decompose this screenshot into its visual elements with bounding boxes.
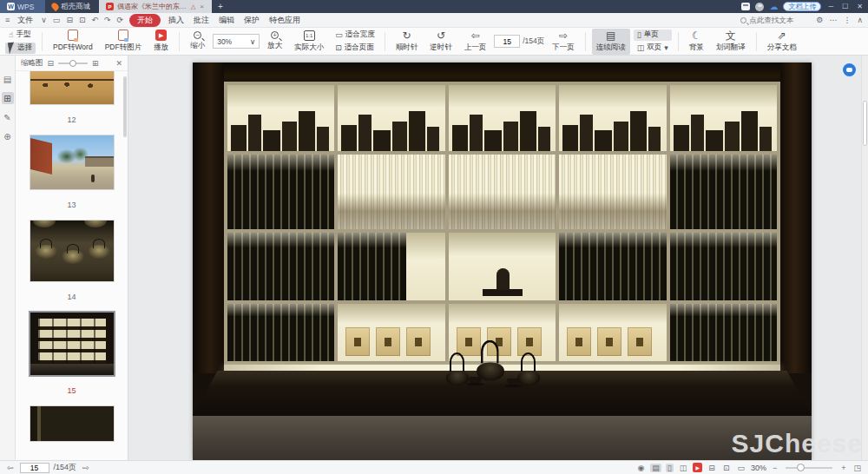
upload-button[interactable]: 文档上传	[783, 2, 821, 11]
thumb-zoom-out-icon[interactable]: ⊟	[48, 59, 55, 68]
status-next-page-icon[interactable]: ⇨	[81, 464, 91, 472]
new-tab-button[interactable]: +	[212, 0, 229, 13]
tab-close-icon[interactable]: ×	[199, 3, 205, 10]
sync-icon[interactable]: ⟳	[117, 16, 124, 24]
attachments-icon[interactable]: ⊕	[2, 130, 14, 142]
vertical-scrollbar[interactable]	[861, 56, 868, 460]
status-fit-page-icon[interactable]: ⊟	[707, 464, 717, 472]
continuous-read-button[interactable]: ▤ 连续阅读	[592, 29, 630, 55]
print-icon[interactable]: ⊡	[79, 16, 86, 24]
menu-edit[interactable]: 编辑	[217, 15, 236, 26]
maximize-button[interactable]: ☐	[840, 3, 850, 10]
more-icon[interactable]: ⋮	[843, 16, 851, 24]
folio	[376, 327, 400, 356]
thumbnails-icon[interactable]: ⊞	[2, 92, 14, 104]
undo-icon[interactable]: ↶	[91, 16, 98, 24]
zoom-slider[interactable]	[786, 467, 832, 469]
redo-icon[interactable]: ↷	[104, 16, 111, 24]
tab-docer-store[interactable]: 稻壳商城	[45, 0, 99, 13]
minimize-button[interactable]: ─	[826, 3, 835, 10]
play-button[interactable]: ▶ 播放	[149, 29, 173, 55]
thumbnail-page-12[interactable]	[30, 71, 114, 104]
actual-size-button[interactable]: 1:1 实际大小	[290, 29, 328, 55]
shelf-cell-folios	[338, 304, 444, 361]
zoom-out-button[interactable]: − 缩小	[186, 29, 209, 55]
menu-file[interactable]: 文件	[16, 15, 35, 26]
status-double-page-icon[interactable]: ◫	[678, 464, 689, 472]
outline-icon[interactable]: ▤	[2, 73, 14, 85]
zoom-in-button[interactable]: + 放大	[263, 29, 286, 55]
double-page-button[interactable]: ◫ 双页 ▾	[634, 43, 672, 54]
rotate-cw-button[interactable]: ↻ 顺时针	[391, 29, 423, 55]
status-play-icon[interactable]: ▶	[693, 463, 702, 472]
translate-button[interactable]: 文 划词翻译	[712, 29, 750, 55]
status-actual-size-icon[interactable]: ▭	[735, 464, 746, 472]
thumb13-building	[85, 156, 114, 167]
thumb-size-slider[interactable]	[58, 63, 88, 64]
page-number-input[interactable]	[494, 35, 520, 48]
pdf-to-word-label: PDF转Word	[53, 43, 93, 53]
background-button[interactable]: ☾ 背景	[685, 29, 708, 55]
pdf-page[interactable]	[193, 63, 812, 460]
gear-icon[interactable]: ⚙	[816, 16, 823, 24]
tab-document[interactable]: P 偶遇家《米兰中的东方家》.pdf △ ×	[99, 0, 212, 13]
flame-icon	[50, 2, 60, 11]
cloud-icon[interactable]: ☁	[769, 3, 778, 11]
teacup	[507, 379, 520, 385]
open-icon[interactable]: ▭	[53, 16, 61, 24]
assistant-robot-icon[interactable]	[843, 63, 856, 76]
status-prev-page-icon[interactable]: ⇦	[5, 464, 16, 472]
pdf-to-word-button[interactable]: PDF转Word	[49, 29, 97, 55]
tab-wps-home[interactable]: W WPS	[0, 0, 45, 13]
thumbnail-page-13[interactable]	[30, 135, 114, 189]
chevron-down-icon[interactable]: ∨	[41, 16, 47, 24]
shelf-row-books	[227, 233, 777, 300]
prev-page-button[interactable]: ⇦ 上一页	[460, 29, 491, 55]
pdf-to-image-button[interactable]: PDF转图片	[101, 29, 147, 55]
status-zoom-in-icon[interactable]: +	[839, 464, 847, 472]
hand-tool-button[interactable]: ☝ 手型	[5, 30, 36, 41]
menu-insert[interactable]: 插入	[167, 15, 186, 26]
thumb-slider-knob[interactable]	[69, 60, 76, 67]
status-continuous-view-icon[interactable]: ▤	[650, 464, 661, 472]
next-page-button[interactable]: ⇨ 下一页	[548, 29, 579, 55]
single-page-button[interactable]: ▯ 单页	[634, 30, 672, 41]
collapse-toolbar-icon[interactable]: ∧	[857, 16, 863, 24]
search-box[interactable]	[740, 16, 810, 24]
close-button[interactable]: ✕	[855, 3, 865, 10]
select-tool-button[interactable]: 选择	[5, 43, 36, 54]
zoom-slider-knob[interactable]	[797, 464, 805, 471]
share-button[interactable]: ⇗ 分享文档	[763, 29, 801, 55]
rotate-ccw-button[interactable]: ↺ 逆时针	[425, 29, 457, 55]
fit-width-button[interactable]: ▭ 适合宽度	[332, 30, 378, 41]
menu-start[interactable]: 开始	[129, 14, 161, 27]
save-icon[interactable]: ⊟	[66, 16, 73, 24]
fit-page-button[interactable]: ⊡ 适合页面	[332, 43, 378, 54]
thumbnail-page-15-selected[interactable]	[30, 313, 114, 375]
fullscreen-icon[interactable]: ◳	[852, 464, 863, 472]
status-zoom-out-icon[interactable]: −	[771, 464, 779, 472]
rotate-ccw-icon: ↺	[437, 30, 445, 41]
menu-special-apps[interactable]: 特色应用	[267, 15, 302, 26]
message-icon[interactable]	[741, 3, 750, 10]
zoom-select[interactable]: 30% ∨	[213, 34, 260, 49]
panel-scrollbar[interactable]	[123, 76, 127, 137]
panel-close-icon[interactable]: ✕	[115, 59, 122, 68]
menu-protect[interactable]: 保护	[242, 15, 261, 26]
search-input[interactable]	[749, 16, 810, 24]
thumb-zoom-in-icon[interactable]: ⊞	[92, 59, 99, 68]
annotation-icon[interactable]: ✎	[2, 111, 14, 123]
play-icon: ▶	[155, 30, 167, 41]
status-page-input[interactable]	[20, 463, 49, 473]
menu-annotate[interactable]: 批注	[192, 15, 211, 26]
scrollbar-handle[interactable]	[863, 101, 867, 146]
hamburger-icon[interactable]: ≡	[5, 16, 10, 24]
thumbnail-page-14[interactable]	[30, 221, 114, 281]
separator	[385, 32, 385, 51]
status-fit-width-icon[interactable]: ⊡	[721, 464, 732, 472]
thumbnail-page-16[interactable]	[30, 406, 114, 441]
avatar[interactable]	[755, 3, 764, 11]
status-single-page-icon[interactable]: ▯	[666, 464, 674, 472]
eye-protection-icon[interactable]: ◉	[635, 464, 646, 472]
feedback-icon[interactable]: ⋯	[829, 16, 837, 24]
